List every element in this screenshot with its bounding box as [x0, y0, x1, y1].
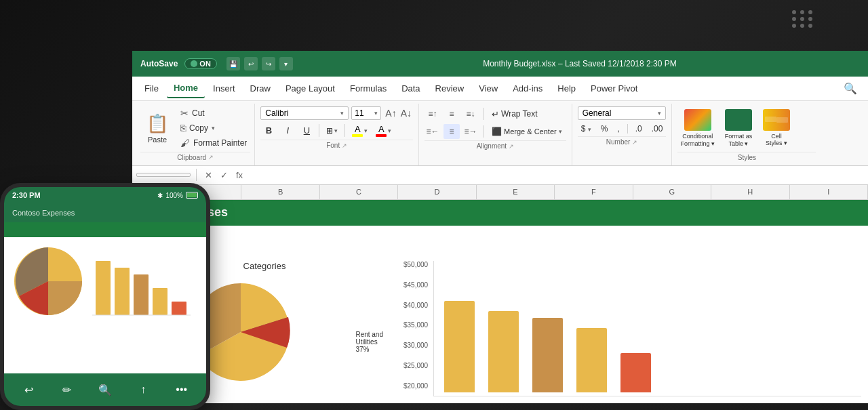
conditional-formatting-button[interactable]: ConditionalFormatting ▾: [677, 106, 717, 150]
alignment-expand-icon[interactable]: ↗: [509, 143, 514, 150]
font-color-button[interactable]: A ▾: [373, 123, 394, 138]
phone-more-button[interactable]: •••: [171, 379, 193, 401]
phone-battery-percent: 100%: [165, 192, 183, 199]
col-header-f[interactable]: F: [555, 185, 633, 199]
col-header-h[interactable]: H: [711, 185, 789, 199]
col-header-e[interactable]: E: [477, 185, 555, 199]
align-center-button[interactable]: ≡: [443, 124, 460, 139]
copy-label: Copy: [189, 123, 208, 133]
title-bar: AutoSave ON 💾 ↩ ↪ ▾ Monthly Budget.xlsx …: [132, 51, 868, 77]
column-headers: A B C D E F G H I: [132, 185, 868, 200]
wrap-text-label: Wrap Text: [501, 109, 538, 119]
alignment-group-label: Alignment ↗: [425, 140, 566, 151]
redo-icon[interactable]: ↪: [262, 57, 275, 70]
font-name-value: Calibri: [265, 108, 288, 118]
merge-center-button[interactable]: ⬛ Merge & Center ▾: [488, 125, 566, 138]
font-size-buttons: A↑ A↓: [384, 108, 413, 119]
menu-review[interactable]: Review: [429, 79, 471, 98]
decimal-inc-label: .0: [635, 124, 642, 134]
clipboard-expand-icon[interactable]: ↗: [208, 154, 214, 161]
format-as-table-button[interactable]: Format asTable ▾: [722, 106, 755, 150]
col-header-i[interactable]: I: [790, 185, 868, 199]
insert-function-button[interactable]: fx: [233, 169, 245, 182]
menu-insert[interactable]: Insert: [206, 79, 242, 98]
formula-buttons: ✕ ✓ fx: [202, 169, 245, 182]
align-right-button[interactable]: ≡→: [462, 124, 479, 139]
format-painter-button[interactable]: 🖌 Format Painter: [177, 136, 250, 150]
name-box[interactable]: [136, 173, 191, 177]
formula-input[interactable]: [248, 173, 864, 176]
menu-formulas[interactable]: Formulas: [343, 79, 393, 98]
underline-button[interactable]: U: [298, 123, 315, 138]
align-bottom-button[interactable]: ≡↓: [462, 106, 479, 121]
col-header-d[interactable]: D: [398, 185, 476, 199]
cell-styles-button[interactable]: CellStyles ▾: [760, 106, 793, 149]
col-header-b[interactable]: B: [241, 185, 319, 199]
phone-status-bar: 2:30 PM ✱ 100%: [4, 187, 206, 203]
pie-label-rent: Rent andUtilities37%: [355, 331, 383, 353]
phone-undo-button[interactable]: ↩: [18, 379, 39, 401]
cut-button[interactable]: ✂ Cut: [177, 106, 250, 120]
search-icon[interactable]: 🔍: [838, 79, 863, 98]
font-increase-button[interactable]: A↑: [384, 108, 397, 119]
fill-color-button[interactable]: A ▾: [349, 123, 370, 138]
borders-dropdown: ▾: [334, 127, 338, 134]
align-top-button[interactable]: ≡↑: [425, 106, 441, 121]
phone-title-bar: Contoso Expenses: [4, 203, 206, 222]
menu-data[interactable]: Data: [395, 79, 427, 98]
autosave-toggle[interactable]: ON: [184, 58, 217, 69]
align-middle-button[interactable]: ≡: [443, 106, 460, 121]
menu-view[interactable]: View: [472, 79, 505, 98]
italic-button[interactable]: I: [279, 123, 296, 138]
decorative-dots: [792, 10, 814, 28]
y-label-40000: $40,000: [403, 302, 428, 309]
phone-bar-1: [96, 261, 111, 315]
phone-bar-4: [153, 288, 167, 315]
col-header-g[interactable]: G: [633, 185, 711, 199]
title-bar-icons: 💾 ↩ ↪ ▾: [226, 57, 293, 70]
col-header-c[interactable]: C: [320, 185, 398, 199]
menu-file[interactable]: File: [138, 79, 165, 98]
save-icon[interactable]: 💾: [226, 57, 240, 70]
font-decrease-button[interactable]: A↓: [399, 108, 413, 119]
comma-button[interactable]: ,: [614, 123, 623, 135]
bold-button[interactable]: B: [260, 123, 277, 138]
cancel-formula-button[interactable]: ✕: [202, 169, 215, 182]
autosave-label: AutoSave: [140, 59, 178, 68]
undo-icon[interactable]: ↩: [244, 57, 258, 70]
currency-button[interactable]: $ ▾: [578, 123, 595, 135]
font-name-dropdown: ▾: [340, 110, 344, 117]
formula-bar: ✕ ✓ fx: [132, 166, 868, 185]
menu-home[interactable]: Home: [167, 79, 205, 98]
fill-color-dropdown: ▾: [364, 127, 368, 134]
confirm-formula-button[interactable]: ✓: [218, 169, 231, 182]
copy-button[interactable]: ⎘ Copy ▾: [177, 121, 250, 135]
phone-doc-name: Contoso Expenses: [12, 209, 75, 217]
decimal-dec-button[interactable]: .00: [648, 123, 667, 135]
menu-help[interactable]: Help: [551, 79, 583, 98]
phone-edit-button[interactable]: ✏: [56, 379, 78, 401]
menu-draw[interactable]: Draw: [243, 79, 277, 98]
paste-icon: 📋: [146, 113, 168, 134]
borders-button[interactable]: ⊞ ▾: [323, 125, 340, 137]
phone-status-icons: ✱ 100%: [157, 192, 198, 199]
font-expand-icon[interactable]: ↗: [342, 142, 347, 149]
align-left-button[interactable]: ≡←: [425, 124, 441, 139]
styles-top: ConditionalFormatting ▾ Format asTable ▾: [677, 106, 816, 150]
decimal-inc-button[interactable]: .0: [632, 123, 646, 135]
menu-add-ins[interactable]: Add-ins: [506, 79, 549, 98]
phone-share-button[interactable]: ↑: [132, 379, 154, 401]
phone-bar-3: [134, 274, 149, 315]
font-size-box[interactable]: 11 ▾: [351, 106, 381, 120]
menu-power-pivot[interactable]: Power Pivot: [584, 79, 644, 98]
font-name-box[interactable]: Calibri ▾: [260, 106, 349, 120]
phone-search-button[interactable]: 🔍: [94, 379, 116, 401]
wrap-text-button[interactable]: ↵ Wrap Text: [488, 108, 542, 121]
paste-button[interactable]: 📋 Paste: [140, 106, 174, 150]
customize-icon[interactable]: ▾: [279, 57, 293, 70]
number-format-box[interactable]: General ▾: [578, 106, 667, 120]
menu-page-layout[interactable]: Page Layout: [279, 79, 342, 98]
number-expand-icon[interactable]: ↗: [632, 139, 637, 146]
percent-button[interactable]: %: [597, 123, 612, 135]
document-title: Monthly Budget.xlsx – Last Saved 12/1/20…: [300, 59, 860, 68]
